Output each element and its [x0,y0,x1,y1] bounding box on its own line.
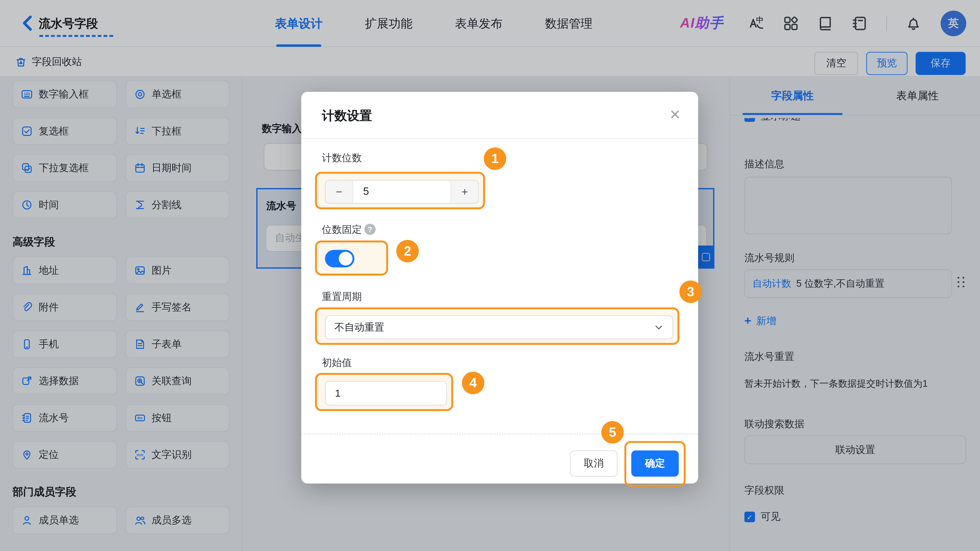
annotation-box-1: − 5 + [315,171,485,209]
help-icon[interactable]: ? [364,224,375,235]
initial-value-label: 初始值 [322,357,352,370]
close-icon[interactable]: ✕ [666,106,684,124]
footer-divider [301,433,698,435]
reset-cycle-select[interactable]: 不自动重置 [325,316,673,339]
modal-title: 计数设置 [322,107,372,124]
cancel-button[interactable]: 取消 [570,451,617,477]
annotation-box-3: 不自动重置 [315,307,679,345]
annotation-badge-5: 5 [601,421,624,444]
digits-value[interactable]: 5 [353,181,451,203]
fixed-digits-toggle[interactable] [325,250,354,268]
annotation-badge-2: 2 [396,240,419,262]
annotation-badge-1: 1 [484,148,506,170]
modal-header: 计数设置 ✕ [301,92,698,139]
stepper-minus-button[interactable]: − [326,181,353,203]
count-digits-label: 计数位数 [322,152,362,165]
chevron-down-icon [654,322,664,332]
fixed-digits-label: 位数固定 [322,224,362,237]
stepper-plus-button[interactable]: + [451,181,478,203]
annotation-badge-4: 4 [462,372,484,394]
reset-cycle-value: 不自动重置 [334,321,384,334]
annotation-badge-3: 3 [679,281,702,303]
form-builder-app: 流水号字段 表单设计扩展功能表单发布数据管理 AI助手 中 英 字段回收站 清空… [0,0,980,551]
initial-value-input[interactable]: 1 [325,381,447,406]
annotation-box-4: 1 [315,373,453,411]
annotation-box-5 [625,441,686,487]
reset-cycle-label: 重置周期 [322,291,362,303]
toggle-knob [339,252,352,265]
digits-stepper: − 5 + [325,180,479,203]
annotation-box-2 [315,241,388,275]
